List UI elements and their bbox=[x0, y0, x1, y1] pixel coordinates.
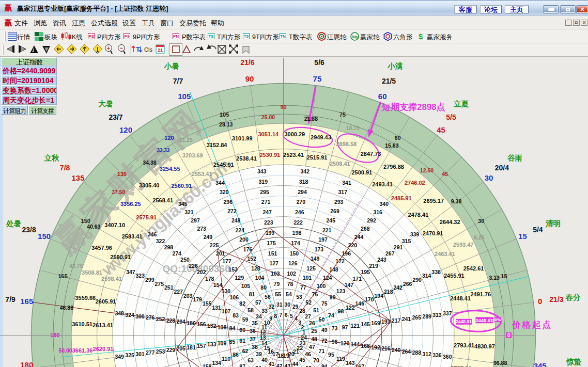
svg-text:4: 4 bbox=[295, 315, 298, 322]
svg-text:7: 7 bbox=[279, 312, 282, 318]
svg-text:23/7: 23/7 bbox=[109, 113, 122, 121]
svg-text:219: 219 bbox=[369, 263, 378, 269]
svg-text:105: 105 bbox=[220, 111, 229, 118]
svg-text:41: 41 bbox=[269, 361, 275, 367]
svg-text:36: 36 bbox=[250, 328, 256, 334]
svg-text:0: 0 bbox=[538, 297, 542, 306]
svg-text:274: 274 bbox=[172, 250, 181, 257]
svg-text:250: 250 bbox=[180, 257, 190, 263]
svg-text:39: 39 bbox=[256, 351, 262, 357]
svg-text:2605.91: 2605.91 bbox=[96, 298, 116, 305]
svg-text:82: 82 bbox=[239, 300, 245, 307]
svg-text:102: 102 bbox=[287, 270, 296, 277]
svg-text:立夏: 立夏 bbox=[453, 100, 469, 108]
svg-text:96.88: 96.88 bbox=[493, 360, 507, 366]
svg-text:180: 180 bbox=[20, 360, 33, 367]
svg-text:271: 271 bbox=[261, 199, 271, 205]
svg-text:2508.41: 2508.41 bbox=[330, 161, 350, 167]
svg-text:172: 172 bbox=[335, 258, 345, 264]
svg-text:222: 222 bbox=[293, 219, 303, 226]
svg-text:269: 269 bbox=[330, 208, 339, 214]
svg-text:300: 300 bbox=[135, 313, 145, 320]
svg-text:58: 58 bbox=[247, 307, 254, 313]
svg-text:295: 295 bbox=[260, 189, 269, 195]
svg-text:224: 224 bbox=[236, 227, 245, 233]
svg-text:2695.17: 2695.17 bbox=[423, 198, 444, 204]
svg-text:7/9: 7/9 bbox=[5, 295, 16, 304]
svg-text:248: 248 bbox=[231, 217, 241, 224]
svg-text:276: 276 bbox=[146, 314, 155, 321]
svg-text:48: 48 bbox=[311, 336, 317, 342]
svg-text:73: 73 bbox=[332, 325, 338, 331]
svg-text:46: 46 bbox=[305, 351, 311, 357]
svg-text:249: 249 bbox=[204, 234, 213, 240]
svg-text:2644.32: 2644.32 bbox=[440, 219, 460, 225]
svg-text:21.88: 21.88 bbox=[304, 116, 318, 122]
svg-text:320: 320 bbox=[220, 189, 229, 195]
svg-text:2440.91: 2440.91 bbox=[475, 317, 493, 323]
svg-text:336: 336 bbox=[432, 352, 442, 358]
svg-text:60: 60 bbox=[394, 135, 400, 141]
svg-text:144: 144 bbox=[351, 341, 360, 347]
svg-text:150: 150 bbox=[38, 232, 51, 241]
svg-text:218: 218 bbox=[384, 289, 393, 295]
svg-text:21: 21 bbox=[158, 47, 163, 53]
svg-text:151: 151 bbox=[268, 250, 277, 257]
svg-text:171: 171 bbox=[353, 276, 362, 282]
svg-text:251: 251 bbox=[164, 284, 174, 291]
svg-text:处暑: 处暑 bbox=[6, 219, 21, 228]
svg-text:90: 90 bbox=[280, 104, 286, 110]
svg-text:119: 119 bbox=[336, 356, 345, 362]
svg-text:小满: 小满 bbox=[387, 62, 403, 70]
svg-text:15.63: 15.63 bbox=[385, 142, 398, 149]
svg-text:134: 134 bbox=[212, 360, 221, 366]
svg-text:197: 197 bbox=[318, 236, 328, 243]
svg-text:Cls: Cls bbox=[144, 46, 152, 53]
svg-text:145: 145 bbox=[361, 321, 370, 327]
svg-text:221: 221 bbox=[322, 227, 332, 233]
svg-text:Big: Big bbox=[352, 35, 358, 39]
svg-text:2523.41: 2523.41 bbox=[283, 152, 304, 158]
svg-text:149: 149 bbox=[311, 256, 320, 262]
svg-text:252: 252 bbox=[156, 316, 165, 322]
svg-text:87: 87 bbox=[239, 363, 245, 367]
svg-text:135: 135 bbox=[71, 173, 84, 182]
svg-text:37.50: 37.50 bbox=[112, 189, 125, 195]
svg-text:348: 348 bbox=[115, 310, 124, 316]
svg-text:200: 200 bbox=[239, 236, 249, 243]
svg-text:2500.91: 2500.91 bbox=[351, 169, 372, 175]
svg-text:205: 205 bbox=[176, 345, 185, 352]
svg-text:180: 180 bbox=[50, 332, 59, 338]
svg-text:35: 35 bbox=[252, 320, 258, 326]
svg-text:77: 77 bbox=[300, 284, 306, 291]
svg-text:158: 158 bbox=[203, 363, 212, 367]
svg-text:84: 84 bbox=[229, 325, 236, 331]
svg-text:193: 193 bbox=[381, 318, 391, 325]
svg-text:28.13: 28.13 bbox=[219, 121, 233, 127]
svg-text:223: 223 bbox=[264, 219, 273, 226]
svg-text:2491.76: 2491.76 bbox=[470, 291, 491, 297]
svg-text:30: 30 bbox=[284, 301, 290, 308]
svg-text:2542.61: 2542.61 bbox=[463, 265, 484, 272]
svg-text:175: 175 bbox=[267, 240, 276, 246]
svg-text:30: 30 bbox=[485, 173, 493, 182]
svg-text:60: 60 bbox=[378, 92, 387, 101]
svg-text:12.50: 12.50 bbox=[420, 167, 434, 173]
svg-text:301: 301 bbox=[135, 351, 145, 357]
svg-text:128: 128 bbox=[251, 265, 260, 272]
svg-text:+: + bbox=[107, 45, 110, 51]
svg-text:0%: 0% bbox=[495, 317, 501, 322]
svg-text:122: 122 bbox=[346, 305, 355, 311]
svg-text:86: 86 bbox=[233, 352, 239, 358]
svg-text:76: 76 bbox=[312, 291, 318, 297]
svg-text:2493.41: 2493.41 bbox=[372, 181, 393, 187]
svg-text:79: 79 bbox=[274, 281, 280, 287]
svg-text:2545.91: 2545.91 bbox=[213, 162, 234, 168]
svg-text:26: 26 bbox=[309, 320, 315, 326]
svg-text:2485.91: 2485.91 bbox=[391, 195, 412, 201]
svg-text:293: 293 bbox=[334, 199, 344, 205]
svg-text:339: 339 bbox=[410, 231, 420, 237]
svg-text:132: 132 bbox=[207, 323, 216, 329]
svg-text:小暑: 小暑 bbox=[164, 62, 179, 70]
svg-text:立秋: 立秋 bbox=[44, 154, 60, 162]
